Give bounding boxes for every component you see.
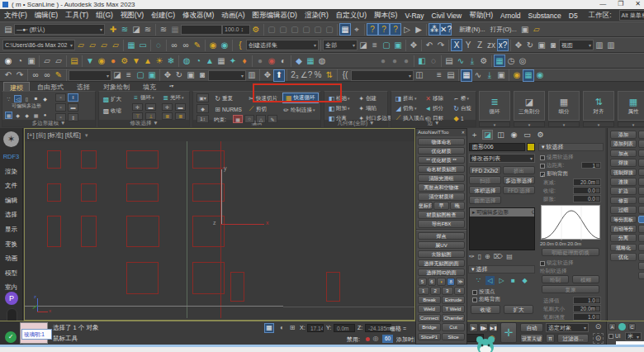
toolbar-icon[interactable]: ◪ [111, 69, 123, 82]
sidebar-item[interactable]: 显示 [0, 226, 22, 234]
ribbon-button[interactable]: ✦创建 [358, 93, 376, 103]
subobject-icon[interactable]: ■ [32, 95, 40, 102]
workspace-dropdown[interactable]: Alt 菜单和工具栏▾ [619, 10, 644, 21]
autonavi-button[interactable]: 导出FBX [418, 220, 465, 228]
menu-item[interactable]: 图形编辑器(D) [253, 11, 297, 21]
command-panel-tab[interactable]: ▭ [522, 130, 533, 140]
toolbar-icon[interactable]: ▣ [519, 23, 531, 36]
toolbar-icon[interactable]: ▢ [135, 69, 146, 82]
sidebar-item[interactable]: 变换 [0, 240, 22, 249]
rightplugin-button[interactable]: 焊接 [610, 159, 637, 167]
autonavi-button[interactable]: 清除光滑组 [418, 174, 465, 183]
rightplugin-button[interactable]: 视图 [638, 131, 644, 139]
ribbon-big-button[interactable]: ≣循环 [479, 91, 510, 121]
toolbar-icon[interactable]: Z [474, 39, 485, 51]
stack-tool-icon[interactable]: ⌦ [494, 253, 503, 260]
autonavi-button[interactable]: 3 [442, 287, 453, 295]
wireframe-rect[interactable] [81, 150, 97, 169]
toolbar-icon[interactable]: ◍ [181, 55, 192, 67]
ribbon-group-label[interactable]: 多边形建模 ▼ [2, 120, 95, 126]
softsel-spinner[interactable]: 0.0 [573, 195, 601, 202]
toolbar-icon[interactable]: ▥ [605, 39, 617, 51]
menu-item[interactable]: 编辑(E) [35, 11, 58, 21]
unit-dropdown[interactable]: 米▾ [625, 332, 642, 340]
ribbon-big-caret[interactable]: ▾ [618, 121, 644, 127]
command-panel-tab[interactable]: ＋ [469, 130, 480, 140]
toolbar-input[interactable] [181, 25, 222, 35]
toolbar-icon[interactable]: ▦ [169, 23, 181, 36]
restore-button[interactable]: ❐ [618, 0, 623, 7]
subobject-icon[interactable]: ◁ [14, 95, 21, 102]
toolbar-icon[interactable]: ▼ [84, 55, 96, 67]
grow-button[interactable]: 扩大 [504, 305, 533, 314]
toolbar-icon[interactable]: zx [485, 39, 497, 51]
poly-mode-icon[interactable]: ▦ [5, 112, 12, 119]
rightplugin-button[interactable]: 自动等分 [610, 225, 637, 233]
wireframe-rect[interactable] [81, 216, 97, 247]
toolbar-icon[interactable]: ▲ [142, 55, 154, 67]
toolbar-icon[interactable]: ▢ [312, 23, 324, 36]
autonavi-button[interactable]: ◖ [437, 278, 446, 286]
toolbar-icon[interactable]: ∞ [168, 39, 180, 51]
ribbon-button[interactable]: ↻自旋 [452, 103, 471, 113]
object-color-swatch[interactable] [527, 143, 535, 151]
rightplugin-button[interactable]: 清理 [638, 234, 644, 242]
rightplugin-button[interactable]: 相连 [638, 187, 644, 195]
mini-c-button[interactable]: C [628, 323, 636, 331]
rightplugin-button[interactable]: 其它 [638, 272, 644, 280]
paint-button[interactable]: 绘制 [542, 275, 569, 283]
autonavi-button[interactable]: Break [418, 296, 441, 304]
autonavi-button[interactable]: 1 [418, 287, 429, 295]
stack-tool-icon[interactable]: ⊕ [485, 253, 490, 260]
rightplugin-button[interactable]: 强制焊接 [610, 169, 637, 177]
rightplugin-button[interactable]: 添加 [610, 131, 637, 139]
ribbon-mini-icon[interactable]: ≣ [175, 112, 186, 120]
ribbon-tab[interactable]: 自由形式 [31, 82, 69, 91]
toolbar-icon[interactable]: ▱ [75, 39, 87, 51]
command-panel-tab[interactable]: ◉ [509, 130, 519, 140]
autonavi-button[interactable]: Slice [442, 333, 465, 341]
softsel-spinner[interactable]: 1.0 [573, 313, 601, 321]
toolbar-icon[interactable]: ≋ [119, 23, 130, 36]
toolbar-dropdown[interactable]: 创建选择集▾ [246, 40, 319, 50]
toolbar-dropdown[interactable]: C:\Users\86-ds Max 202▾ [2, 40, 75, 50]
wireframe-rect[interactable] [126, 216, 159, 247]
ribbon-big-caret[interactable]: ▾ [583, 121, 614, 127]
toolbar-icon[interactable]: ● [107, 55, 119, 67]
toolbar-icon[interactable]: ▢ [289, 23, 301, 36]
menu-item[interactable]: 动画(A) [221, 11, 244, 21]
ribbon-mini-icon[interactable]: ‖ [68, 93, 78, 102]
ribbon-button[interactable]: ◧附加▾ [328, 103, 350, 113]
constraint-icon[interactable]: ✎ [268, 115, 277, 123]
playback-button[interactable]: ▶ [469, 323, 478, 332]
close-button[interactable]: ✕ [635, 0, 641, 7]
coord-field[interactable]: -24.185m [365, 324, 391, 332]
toolbar-icon[interactable]: Y [462, 39, 474, 51]
toolbar-icon[interactable]: ↻ [173, 69, 185, 82]
softsel-spinner[interactable]: 0.0 [573, 187, 601, 194]
toolbar-icon[interactable]: ? [367, 23, 378, 36]
toolbar-icon[interactable]: ✥ [408, 39, 419, 51]
toolbar-icon[interactable]: ◉ [266, 55, 277, 67]
stack-item-editable-poly[interactable]: ▸ 可编辑多边形☇ [470, 208, 534, 216]
toolbar-icon[interactable]: ▢ [301, 23, 312, 36]
rightplugin-button[interactable]: 推拉 [638, 178, 644, 186]
menu-item[interactable]: 脚本(S) [374, 11, 397, 21]
ribbon-button[interactable]: ◄拆分 [424, 103, 443, 113]
coord-field[interactable]: 0.0m [334, 324, 355, 332]
toolbar-icon[interactable]: ◉ [96, 55, 107, 67]
toolbar-icon[interactable]: ↶ [2, 69, 14, 82]
softsel-checkbox[interactable]: 使用软选择 [540, 154, 574, 161]
modifier-set-button[interactable]: 扫掠 [469, 176, 501, 184]
toolbar-icon[interactable]: ◍ [316, 55, 328, 67]
toolbar-icon[interactable]: ∞ [41, 69, 53, 82]
autonavi-button[interactable]: 物体命名 [418, 138, 465, 146]
toolbar-icon[interactable]: ▱ [87, 39, 98, 51]
shaded-face-toggle-button[interactable]: 明暗处理面切换 [542, 248, 599, 256]
rightplugin-button[interactable]: 断面 [638, 206, 644, 214]
autonavi-button[interactable]: 8 [447, 278, 456, 286]
toolbar-icon[interactable]: ▣ [146, 69, 158, 82]
sidebar-item[interactable]: 编辑 [0, 197, 22, 205]
toolbar-icon[interactable]: ▣ [185, 69, 197, 82]
toolbar-text-button[interactable]: 打开(O)... [490, 26, 517, 34]
